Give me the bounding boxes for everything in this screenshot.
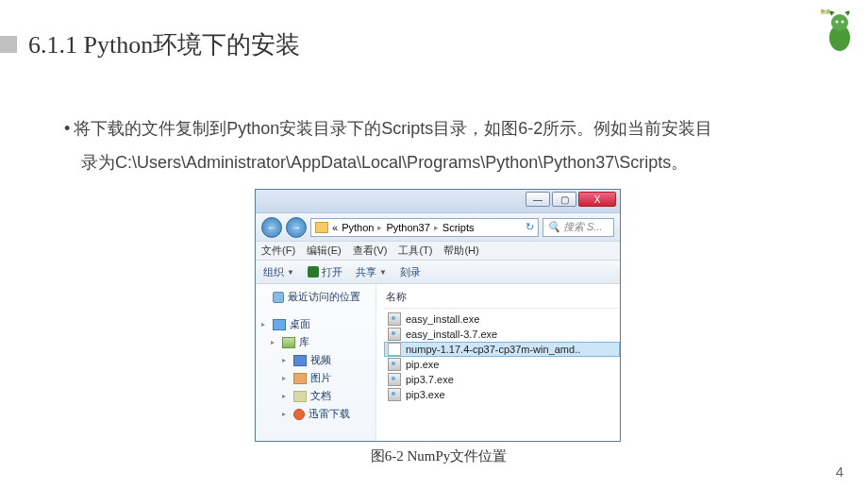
file-name: pip3.7.exe bbox=[406, 374, 454, 385]
toolbar-organize-label: 组织 bbox=[263, 265, 284, 279]
menu-view[interactable]: 查看(V) bbox=[353, 244, 388, 258]
nav-label: 图片 bbox=[310, 371, 331, 385]
nav-item-recent[interactable]: 最近访问的位置 bbox=[259, 288, 372, 306]
body-paragraph: •将下载的文件复制到Python安装目录下的Scripts目录，如图6-2所示。… bbox=[64, 111, 800, 179]
addr-seg-scripts: Scripts bbox=[442, 222, 475, 233]
search-icon: 🔍 bbox=[547, 221, 560, 233]
addr-sep-icon: ▸ bbox=[434, 223, 439, 232]
nav-item-libraries[interactable]: ▸库 bbox=[259, 333, 372, 351]
library-icon bbox=[282, 337, 295, 348]
content-area: 最近访问的位置 ▸桌面 ▸库 ▸视频 ▸图片 ▸文档 ▸迅雷下载 名称 easy… bbox=[256, 284, 620, 441]
menu-file[interactable]: 文件(F) bbox=[261, 244, 295, 258]
window-titlebar: — ▢ X bbox=[256, 190, 620, 212]
nav-label: 桌面 bbox=[290, 317, 310, 331]
minimize-button[interactable]: — bbox=[526, 192, 550, 207]
file-name: easy_install-3.7.exe bbox=[406, 329, 497, 340]
addr-sep-icon: ▸ bbox=[377, 223, 382, 232]
heading-bullet bbox=[0, 36, 17, 53]
nav-label: 视频 bbox=[310, 353, 331, 367]
toolbar-organize[interactable]: 组织▼ bbox=[263, 265, 294, 279]
file-icon bbox=[388, 343, 401, 356]
file-row[interactable]: easy_install.exe bbox=[384, 312, 620, 327]
nav-label: 迅雷下载 bbox=[309, 407, 350, 421]
maximize-button[interactable]: ▢ bbox=[552, 192, 576, 207]
nav-label: 最近访问的位置 bbox=[288, 290, 360, 304]
refresh-icon[interactable]: ↻ bbox=[526, 221, 534, 233]
document-icon bbox=[293, 391, 307, 402]
file-name: numpy-1.17.4-cp37-cp37m-win_amd.. bbox=[406, 344, 580, 355]
nav-label: 文档 bbox=[310, 389, 331, 403]
section-heading: 6.1.1 Python环境下的安装 bbox=[28, 28, 300, 61]
exe-icon bbox=[388, 358, 401, 371]
video-icon bbox=[293, 355, 307, 366]
mascot-icon: 数据 bbox=[819, 6, 860, 55]
address-bar[interactable]: « Python ▸ Python37 ▸ Scripts ↻ bbox=[310, 218, 539, 237]
picture-icon bbox=[293, 373, 307, 384]
file-list-pane: 名称 easy_install.exe easy_install-3.7.exe… bbox=[376, 284, 620, 441]
nav-item-pictures[interactable]: ▸图片 bbox=[259, 369, 372, 387]
file-row[interactable]: pip3.7.exe bbox=[384, 372, 620, 387]
nav-bar: ← → « Python ▸ Python37 ▸ Scripts ↻ 🔍 搜索… bbox=[256, 212, 620, 241]
body-line-1: 将下载的文件复制到Python安装目录下的Scripts目录，如图6-2所示。例… bbox=[74, 119, 712, 138]
file-row[interactable]: pip3.exe bbox=[384, 387, 620, 402]
file-row[interactable]: easy_install-3.7.exe bbox=[384, 327, 620, 342]
menu-help[interactable]: 帮助(H) bbox=[443, 244, 478, 258]
file-name: easy_install.exe bbox=[406, 313, 479, 325]
explorer-window: — ▢ X ← → « Python ▸ Python37 ▸ Scripts … bbox=[255, 189, 621, 442]
nav-item-documents[interactable]: ▸文档 bbox=[259, 387, 372, 405]
svg-text:数据: 数据 bbox=[820, 8, 830, 14]
exe-icon bbox=[388, 328, 401, 341]
addr-seg-prefix: « bbox=[332, 222, 338, 233]
svg-point-1 bbox=[831, 14, 848, 31]
chevron-down-icon: ▼ bbox=[379, 268, 387, 277]
exe-icon bbox=[388, 373, 401, 386]
toolbar-share[interactable]: 共享▼ bbox=[356, 265, 387, 279]
recent-icon bbox=[273, 292, 284, 303]
menu-tools[interactable]: 工具(T) bbox=[398, 244, 432, 258]
body-line-2: 录为C:\Users\Administrator\AppData\Local\P… bbox=[81, 145, 688, 179]
forward-button[interactable]: → bbox=[286, 217, 307, 238]
exe-icon bbox=[388, 312, 401, 326]
svg-point-3 bbox=[842, 21, 844, 24]
menu-edit[interactable]: 编辑(E) bbox=[307, 244, 342, 258]
chevron-down-icon: ▼ bbox=[287, 268, 294, 277]
figure-caption: 图6-2 NumPy文件位置 bbox=[255, 447, 623, 465]
toolbar-burn-label: 刻录 bbox=[400, 265, 421, 279]
toolbar-open-label: 打开 bbox=[322, 265, 342, 279]
toolbar: 组织▼ 打开 共享▼ 刻录 bbox=[256, 260, 620, 284]
search-input[interactable]: 🔍 搜索 S... bbox=[542, 218, 614, 237]
addr-seg-python37: Python37 bbox=[386, 222, 429, 233]
figure-wrap: — ▢ X ← → « Python ▸ Python37 ▸ Scripts … bbox=[255, 189, 623, 465]
navigation-pane: 最近访问的位置 ▸桌面 ▸库 ▸视频 ▸图片 ▸文档 ▸迅雷下载 bbox=[256, 284, 376, 441]
exe-icon bbox=[388, 388, 401, 401]
search-placeholder: 搜索 S... bbox=[563, 220, 603, 234]
menu-bar: 文件(F) 编辑(E) 查看(V) 工具(T) 帮助(H) bbox=[256, 241, 620, 260]
toolbar-open[interactable]: 打开 bbox=[308, 265, 342, 279]
file-name: pip3.exe bbox=[406, 389, 445, 400]
xunlei-icon bbox=[293, 409, 305, 420]
nav-label: 库 bbox=[299, 335, 309, 349]
nav-item-desktop[interactable]: ▸桌面 bbox=[259, 315, 372, 333]
file-row-selected[interactable]: numpy-1.17.4-cp37-cp37m-win_amd.. bbox=[384, 342, 620, 357]
nav-item-videos[interactable]: ▸视频 bbox=[259, 351, 372, 369]
file-name: pip.exe bbox=[406, 359, 439, 370]
addr-seg-python: Python bbox=[342, 222, 374, 233]
nav-item-xunlei[interactable]: ▸迅雷下载 bbox=[259, 405, 372, 423]
desktop-icon bbox=[273, 319, 286, 330]
page-number: 4 bbox=[836, 464, 843, 480]
column-header-name[interactable]: 名称 bbox=[384, 288, 620, 309]
file-row[interactable]: pip.exe bbox=[384, 357, 620, 372]
bullet-dot: • bbox=[64, 119, 70, 138]
toolbar-burn[interactable]: 刻录 bbox=[400, 265, 421, 279]
close-button[interactable]: X bbox=[578, 192, 616, 207]
folder-icon bbox=[315, 222, 328, 233]
svg-point-2 bbox=[836, 21, 839, 24]
toolbar-share-label: 共享 bbox=[356, 265, 376, 279]
back-button[interactable]: ← bbox=[261, 217, 282, 238]
shield-icon bbox=[308, 266, 319, 278]
